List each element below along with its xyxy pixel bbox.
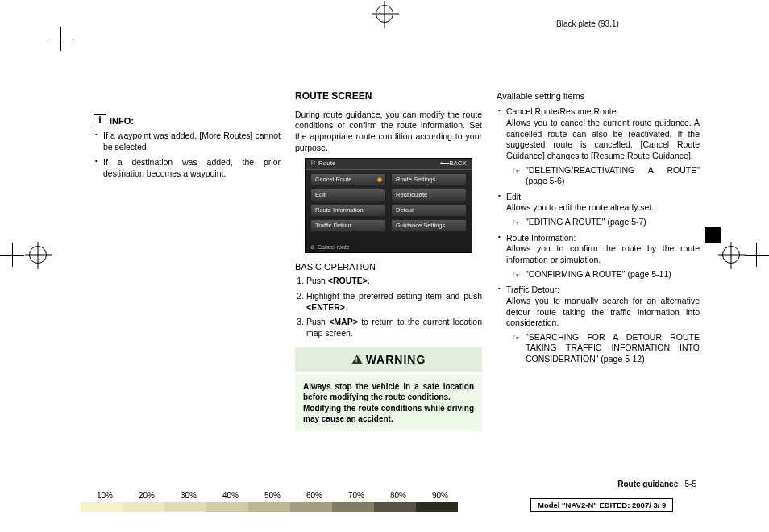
screenshot-header: ⚐ Route ⟵BACK: [306, 159, 472, 170]
plate-label: Black plate (93,1): [556, 19, 619, 28]
screenshot-col-right: Route Settings Recalculate Detour Guidan…: [391, 173, 467, 232]
keyword: <ROUTE>: [328, 276, 368, 285]
info-heading-text: INFO:: [110, 115, 134, 127]
crop-mark: [60, 27, 61, 51]
color-swatch: [248, 502, 290, 512]
warning-title-text: WARNING: [366, 353, 426, 366]
ss-btn-detour: Detour: [391, 204, 467, 217]
percent-label: 10%: [84, 491, 126, 500]
percent-label: 50%: [251, 491, 293, 500]
step-3: Push <MAP> to return to the current loca…: [306, 317, 482, 339]
step-text: Push: [306, 317, 329, 326]
route-icon: ⚐: [310, 160, 316, 168]
color-swatch: [164, 502, 206, 512]
color-swatch: [290, 502, 332, 512]
keyword: <ENTER>: [306, 302, 345, 312]
warning-body: Always stop the vehicle in a safe locati…: [295, 375, 482, 431]
page-footer: Route guidance 5-5: [617, 480, 696, 488]
percent-label: 70%: [335, 491, 377, 500]
screenshot-title-text: Route: [318, 160, 335, 168]
warning-icon: [351, 355, 363, 364]
screenshot-footer: ⊘ Cancel route: [310, 243, 350, 251]
registration-target-icon: [376, 5, 393, 23]
color-swatch: [416, 502, 458, 512]
color-swatch-bar: Model "NAV2-N" EDITED: 2007/ 3/ 9: [81, 501, 673, 512]
percent-label: 20%: [126, 491, 168, 500]
available-list: Cancel Route/Resume Route: Allows you to…: [497, 106, 700, 364]
warning-line: Modifying the route conditions while dri…: [303, 403, 474, 425]
screenshot-back-text: BACK: [449, 160, 467, 167]
basic-operation-steps: Push <ROUTE>. Highlight the preferred se…: [295, 276, 482, 339]
item-title: Edit:: [506, 192, 523, 202]
step-text: Push: [306, 276, 328, 285]
step-text: .: [345, 302, 347, 312]
section-title: ROUTE SCREEN: [295, 90, 482, 103]
info-heading: i INFO:: [94, 114, 281, 127]
info-list: If a waypoint was added, [More Routes] c…: [94, 131, 281, 180]
column-2: ROUTE SCREEN During route guidance, you …: [295, 90, 482, 431]
warning-heading: WARNING: [295, 347, 482, 372]
registration-target-icon: [29, 246, 47, 264]
route-screenshot: ⚐ Route ⟵BACK Cancel Route Edit Route In…: [305, 158, 472, 253]
basic-operation-heading: BASIC OPERATION: [295, 261, 482, 272]
step-text: Highlight the preferred setting item and…: [306, 291, 482, 301]
available-item: Traffic Detour: Allows you to manually s…: [497, 285, 700, 364]
page-columns: i INFO: If a waypoint was added, [More R…: [94, 90, 700, 431]
color-swatch: [81, 502, 123, 512]
available-item: Edit: Allows you to edit the route alrea…: [497, 192, 700, 228]
screenshot-title: ⚐ Route: [310, 160, 335, 168]
ss-btn-cancel-route: Cancel Route: [310, 173, 386, 186]
color-swatch: [332, 502, 374, 512]
color-swatch: [206, 502, 248, 512]
percent-label: 60%: [293, 491, 335, 500]
keyword: <MAP>: [329, 317, 358, 326]
ss-btn-traffic-detour: Traffic Detour: [310, 219, 386, 232]
info-icon: i: [94, 114, 106, 127]
crop-mark: [745, 255, 769, 256]
column-1: i INFO: If a waypoint was added, [More R…: [94, 90, 281, 431]
ss-btn-route-settings: Route Settings: [391, 173, 467, 186]
item-title: Traffic Detour:: [506, 285, 559, 294]
info-item: If a waypoint was added, [More Routes] c…: [94, 131, 281, 152]
ss-btn-edit: Edit: [310, 189, 386, 202]
page-tab: [705, 227, 721, 243]
percent-label: 40%: [210, 491, 251, 500]
percent-label: 90%: [419, 491, 461, 500]
registration-target-icon: [722, 246, 740, 264]
ss-btn-recalculate: Recalculate: [391, 189, 467, 202]
intro-text: During route guidance, you can modify th…: [295, 110, 482, 154]
screenshot-col-left: Cancel Route Edit Route Information Traf…: [310, 173, 386, 232]
item-title: Route Information:: [506, 233, 576, 243]
step-text: .: [368, 276, 370, 285]
item-body: Allows you to cancel the current route g…: [506, 118, 700, 162]
percent-label: 80%: [377, 491, 419, 500]
warning-line: Always stop the vehicle in a safe locati…: [303, 381, 474, 403]
item-ref: "SEARCHING FOR A DETOUR ROUTE TAKING TRA…: [506, 332, 700, 365]
screenshot-footer-text: Cancel route: [318, 243, 350, 251]
item-ref: "CONFIRMING A ROUTE" (page 5-11): [506, 269, 700, 281]
cancel-icon: ⊘: [310, 243, 315, 251]
crop-mark: [756, 243, 757, 267]
model-box: Model "NAV2-N" EDITED: 2007/ 3/ 9: [530, 498, 673, 512]
ss-btn-guidance-settings: Guidance Settings: [391, 219, 467, 232]
item-ref: "EDITING A ROUTE" (page 5-7): [506, 217, 700, 228]
footer-label: Route guidance: [617, 480, 678, 488]
info-item: If a destination was added, the prior de…: [94, 157, 281, 179]
screenshot-grid: Cancel Route Edit Route Information Traf…: [306, 170, 472, 235]
ss-btn-route-info: Route Information: [310, 204, 386, 217]
color-swatch: [374, 502, 416, 512]
item-ref: "DELETING/REACTIVATING A ROUTE" (page 5-…: [506, 165, 700, 187]
available-item: Cancel Route/Resume Route: Allows you to…: [497, 106, 700, 186]
step-1: Push <ROUTE>.: [306, 276, 482, 287]
crop-mark: [12, 243, 13, 267]
screenshot-back: ⟵BACK: [440, 160, 467, 168]
color-swatch: [123, 502, 164, 512]
item-body: Allows you to confirm the route by the r…: [506, 243, 700, 264]
item-body: Allows you to manually search for an alt…: [506, 296, 700, 329]
item-body: Allows you to edit the route already set…: [506, 202, 654, 212]
percent-label: 30%: [168, 491, 210, 500]
item-title: Cancel Route/Resume Route:: [506, 106, 619, 116]
available-heading: Available setting items: [497, 90, 700, 102]
footer-page: 5-5: [685, 480, 696, 488]
column-3: Available setting items Cancel Route/Res…: [497, 90, 700, 431]
